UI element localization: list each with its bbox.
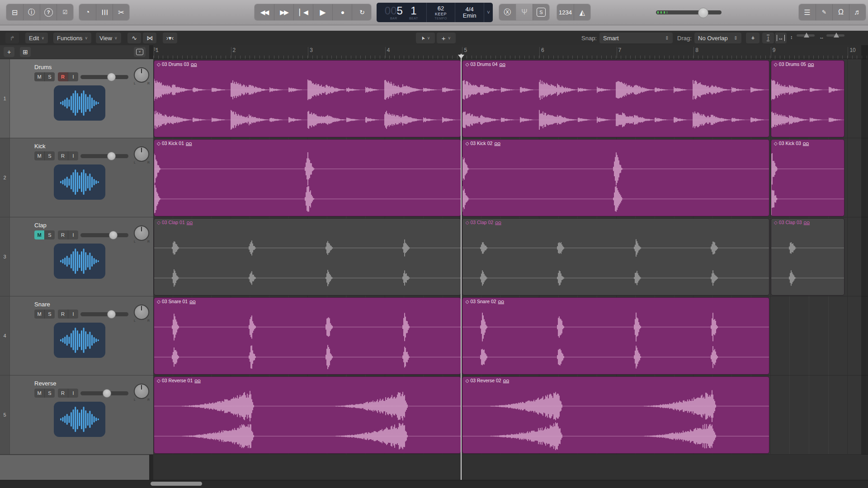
note-pads-icon[interactable]: ✎ [816, 4, 832, 20]
editors-scissors-icon[interactable]: ✂ [113, 4, 129, 20]
record-enable-button[interactable]: R [58, 389, 68, 398]
master-mute-icon[interactable]: ⓧ [499, 4, 516, 20]
back-arrow-icon[interactable]: ↱ [5, 33, 19, 43]
region-03-snare-02[interactable]: ◇ 03 Snare 02ΩΩ [462, 297, 769, 375]
master-volume-slider[interactable] [656, 9, 724, 15]
play-button[interactable]: ▶ [313, 4, 332, 20]
input-monitor-button[interactable]: I [68, 72, 78, 81]
volume-slider[interactable] [80, 232, 128, 238]
region-03-drums-05[interactable]: ◇ 03 Drums 05ΩΩ [771, 60, 844, 137]
volume-thumb[interactable] [107, 73, 116, 81]
solo-button[interactable]: S [44, 310, 55, 319]
library-icon[interactable]: ⊟ [6, 4, 23, 20]
volume-thumb[interactable] [107, 152, 116, 160]
volume-thumb[interactable] [107, 310, 116, 319]
bar-ruler[interactable]: ▷ 12345678910 [153, 45, 868, 59]
vertical-zoom-slider[interactable] [797, 34, 815, 37]
input-monitor-button[interactable]: I [68, 310, 78, 319]
smart-controls-icon[interactable]: ◔ [79, 4, 96, 20]
track-header-reverse[interactable]: 5ReverseMSRILR [0, 375, 153, 455]
region-03-kick-02[interactable]: ◇ 03 Kick 02ΩΩ [462, 139, 769, 216]
cycle-button[interactable]: ↻ [352, 4, 371, 20]
pan-knob[interactable] [134, 225, 149, 241]
region-03-clap-01[interactable]: ◇ 03 Clap 01ΩΩ [154, 218, 461, 296]
metronome-icon[interactable]: ◭ [574, 4, 590, 20]
waveform-zoom-icon[interactable]: ·ılı· [746, 33, 760, 43]
mute-button[interactable]: M [34, 72, 44, 81]
region-03-drums-04[interactable]: ◇ 03 Drums 04ΩΩ [462, 60, 769, 137]
horizontal-zoom-thumb[interactable] [834, 33, 839, 38]
horizontal-scrollbar-thumb[interactable] [151, 482, 202, 486]
volume-slider[interactable] [80, 153, 128, 159]
lcd-display[interactable]: 005 BAR 1 BEAT 62 KEEP TEMPO 4/4 Emin ˅ [377, 3, 493, 22]
region-03-reverse-01[interactable]: ◇ 03 Reverse 01ΩΩ [154, 376, 461, 454]
volume-thumb[interactable] [103, 389, 111, 398]
count-in-button[interactable]: 1234 [557, 4, 574, 20]
mute-button[interactable]: M [34, 230, 44, 239]
mute-button[interactable]: M [34, 151, 44, 160]
mixer-icon[interactable]: ☰ [96, 4, 113, 20]
lcd-chevron-down-icon[interactable]: ˅ [484, 3, 493, 22]
pan-knob[interactable] [134, 146, 149, 162]
flex-icon[interactable]: ⋈ [143, 33, 156, 43]
tuner-icon[interactable]: Ψ [516, 4, 533, 20]
pan-knob[interactable] [134, 67, 149, 83]
record-enable-button[interactable]: R [58, 310, 68, 319]
track-header-snare[interactable]: 4SnareMSRILR [0, 296, 153, 375]
solo-button[interactable]: S [44, 230, 55, 239]
pointer-tool-menu[interactable]: ➤∨ [416, 33, 435, 43]
drag-dropdown[interactable]: No Overlap⇕ [694, 33, 741, 43]
record-enable-button[interactable]: R [58, 230, 68, 239]
record-enable-button[interactable]: R [58, 72, 68, 81]
region-03-drums-03[interactable]: ◇ 03 Drums 03ΩΩ [154, 60, 461, 137]
secondary-tool-menu[interactable]: +∨ [437, 33, 456, 43]
quick-help-icon[interactable]: ? [40, 4, 57, 20]
solo-button[interactable]: S [44, 151, 55, 160]
region-03-kick-01[interactable]: ◇ 03 Kick 01ΩΩ [154, 139, 461, 216]
inspector-icon[interactable]: ⓘ [23, 4, 40, 20]
list-editors-icon[interactable]: ☰ [799, 4, 816, 20]
region-03-snare-01[interactable]: ◇ 03 Snare 01ΩΩ [154, 297, 461, 375]
solo-button[interactable]: S [44, 72, 55, 81]
solo-button[interactable]: S [44, 389, 55, 398]
automation-icon[interactable]: ∿ [127, 33, 141, 43]
rewind-button[interactable]: ◀◀ [255, 4, 274, 20]
vertical-zoom-thumb[interactable] [804, 33, 809, 38]
region-03-kick-03[interactable]: ◇ 03 Kick 03ΩΩ [771, 139, 844, 216]
volume-slider[interactable] [80, 74, 128, 80]
volume-thumb[interactable] [109, 231, 118, 239]
track-header-kick[interactable]: 2KickMSRILR [0, 138, 153, 217]
catch-playhead-icon[interactable]: ›▾‹ [163, 33, 177, 43]
fit-horizontal-icon[interactable]: ↔ [775, 33, 787, 43]
horizontal-zoom-slider[interactable] [826, 34, 844, 37]
fit-vertical-icon[interactable]: ↕ [762, 33, 774, 43]
volume-slider[interactable] [80, 390, 128, 396]
duplicate-track-button[interactable]: ⊞ [20, 47, 31, 57]
region-03-reverse-02[interactable]: ◇ 03 Reverse 02ΩΩ [462, 376, 769, 454]
track-header-clap[interactable]: 3ClapMSRILR [0, 217, 153, 296]
region-03-clap-03[interactable]: ◇ 03 Clap 03ΩΩ [771, 218, 844, 296]
snap-dropdown[interactable]: Smart⇕ [599, 33, 673, 43]
record-button[interactable]: ● [332, 4, 352, 20]
track-header-drums[interactable]: 1DrumsMSRILR [0, 59, 153, 138]
input-monitor-button[interactable]: I [68, 151, 78, 160]
horizontal-scrollbar[interactable] [0, 480, 868, 488]
track-lanes[interactable]: ◇ 03 Drums 03ΩΩ◇ 03 Drums 04ΩΩ◇ 03 Drums… [153, 59, 868, 455]
region-03-clap-02[interactable]: ◇ 03 Clap 02ΩΩ [462, 218, 769, 296]
toolbar-toggle-icon[interactable]: ☑ [57, 4, 73, 20]
master-volume-thumb[interactable] [698, 8, 708, 18]
add-track-button[interactable]: + [4, 47, 14, 57]
mute-button[interactable]: M [34, 310, 44, 319]
pan-knob[interactable] [134, 384, 149, 399]
playhead-marker[interactable] [458, 55, 464, 59]
browsers-icon[interactable]: ♬ [849, 4, 866, 20]
pan-knob[interactable] [134, 305, 149, 320]
input-monitor-button[interactable]: I [68, 230, 78, 239]
edit-menu[interactable]: Edit∨ [25, 33, 48, 43]
stop-button[interactable]: ▏◀ [293, 4, 313, 20]
input-monitor-button[interactable]: I [68, 389, 78, 398]
solo-button[interactable]: S [533, 4, 549, 20]
mute-button[interactable]: M [34, 389, 44, 398]
volume-slider[interactable] [80, 311, 128, 317]
track-header-options-button[interactable]: ˅ [134, 47, 146, 57]
